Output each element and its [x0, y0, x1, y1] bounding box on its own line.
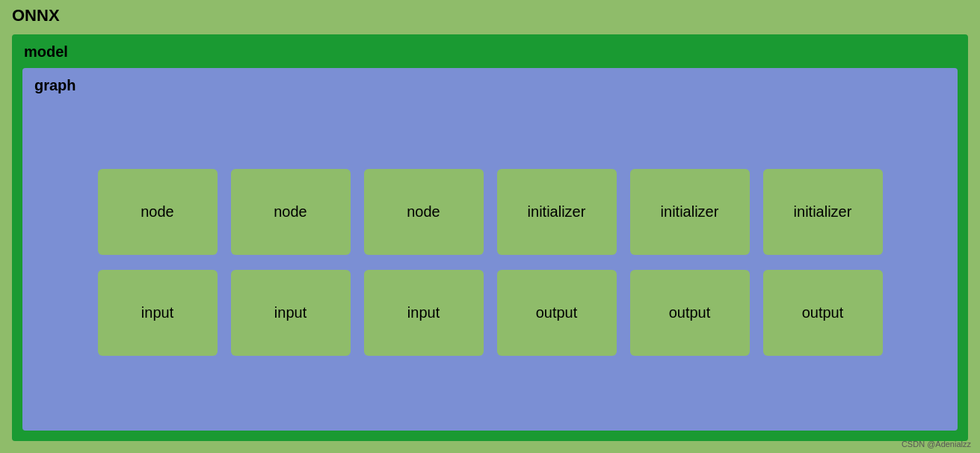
cell-node-0: node — [98, 169, 218, 255]
cell-output-0: output — [497, 270, 617, 356]
model-title: model — [18, 40, 962, 64]
cell-output-2: output — [763, 270, 883, 356]
graph-container: graph node node node initializer initial… — [22, 68, 958, 431]
watermark: CSDN @Adenialzz — [902, 440, 971, 449]
grid-row-1: input input input output output output — [34, 270, 946, 356]
cell-input-0: input — [98, 270, 218, 356]
cell-initializer-0: initializer — [497, 169, 617, 255]
cell-output-1: output — [630, 270, 750, 356]
onnx-title: ONNX — [0, 0, 980, 31]
graph-title: graph — [34, 77, 946, 94]
cell-initializer-2: initializer — [763, 169, 883, 255]
cell-node-1: node — [231, 169, 351, 255]
cell-input-1: input — [231, 270, 351, 356]
model-container: model graph node node node initializer i… — [12, 34, 968, 441]
cell-node-2: node — [364, 169, 484, 255]
grid-rows: node node node initializer initializer i… — [34, 103, 946, 422]
cell-initializer-1: initializer — [630, 169, 750, 255]
cell-input-2: input — [364, 270, 484, 356]
onnx-container: ONNX model graph node node node initiali… — [0, 0, 980, 453]
grid-row-0: node node node initializer initializer i… — [34, 169, 946, 255]
